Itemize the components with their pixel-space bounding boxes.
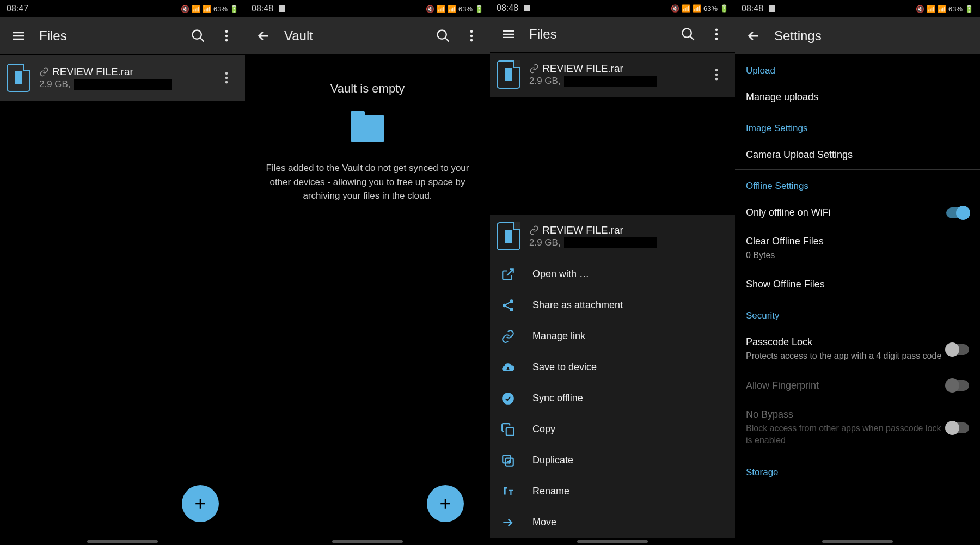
setting-camera-upload[interactable]: Camera Upload Settings bbox=[735, 140, 980, 169]
file-size: 2.9 GB, bbox=[39, 79, 71, 90]
page-title: Files bbox=[39, 28, 67, 44]
menu-icon[interactable] bbox=[501, 27, 516, 42]
sheet-item-manage-link[interactable]: Manage link bbox=[490, 321, 735, 352]
battery-text: 63% bbox=[458, 5, 473, 13]
empty-description: Files added to the Vault do not get sync… bbox=[260, 161, 475, 203]
svg-point-23 bbox=[510, 299, 513, 303]
app-bar: Settings bbox=[735, 17, 980, 54]
page-title: Vault bbox=[284, 28, 313, 44]
svg-point-9 bbox=[438, 30, 446, 39]
archive-file-icon bbox=[497, 222, 520, 250]
menu-icon[interactable] bbox=[11, 28, 26, 44]
fab-add[interactable] bbox=[182, 485, 219, 522]
page-title: Files bbox=[529, 27, 557, 42]
svg-point-11 bbox=[470, 30, 473, 33]
sheet-item-sync-offline[interactable]: Sync offline bbox=[490, 383, 735, 414]
setting-offline-wifi[interactable]: Only offline on WiFi bbox=[735, 198, 980, 227]
file-more-icon[interactable] bbox=[219, 70, 234, 85]
back-icon[interactable] bbox=[746, 28, 761, 44]
app-bar: Vault bbox=[245, 17, 490, 54]
share-icon bbox=[501, 298, 515, 313]
sheet-item-label: Sync offline bbox=[532, 393, 583, 404]
more-icon[interactable] bbox=[219, 28, 234, 44]
setting-passcode[interactable]: Passcode Lock Protects access to the app… bbox=[735, 328, 980, 371]
screen-files-sheet: 08:48 🔇 📶 📶 63% 🔋 Files REVIEW FILE.ra bbox=[490, 0, 735, 545]
sheet-item-save[interactable]: Save to device bbox=[490, 352, 735, 383]
page-title: Settings bbox=[774, 28, 822, 44]
redacted-text bbox=[564, 76, 657, 87]
settings-body[interactable]: Upload Manage uploads Image Settings Cam… bbox=[735, 54, 980, 537]
wifi-icon: 📶 bbox=[192, 5, 200, 13]
status-time: 08:47 bbox=[7, 4, 28, 14]
search-icon[interactable] bbox=[191, 28, 206, 44]
search-icon[interactable] bbox=[681, 27, 696, 42]
archive-file-icon bbox=[7, 64, 30, 92]
file-row[interactable]: REVIEW FILE.rar 2.9 GB, bbox=[0, 55, 245, 101]
more-icon[interactable] bbox=[709, 27, 724, 42]
battery-text: 63% bbox=[948, 5, 963, 13]
setting-show-offline[interactable]: Show Offline Files bbox=[735, 270, 980, 299]
mute-icon: 🔇 bbox=[426, 5, 434, 13]
sheet-item-move[interactable]: Move bbox=[490, 507, 735, 538]
fab-add[interactable] bbox=[427, 485, 464, 522]
svg-point-15 bbox=[683, 29, 691, 38]
status-time: 08:48 bbox=[742, 4, 763, 14]
search-icon[interactable] bbox=[436, 28, 451, 44]
file-name: REVIEW FILE.rar bbox=[52, 66, 133, 78]
app-bar: Files bbox=[0, 17, 245, 54]
redacted-text bbox=[564, 237, 657, 248]
check-circle-icon bbox=[501, 391, 515, 406]
sheet-item-share[interactable]: Share as attachment bbox=[490, 290, 735, 321]
scrim[interactable] bbox=[490, 97, 735, 215]
mute-icon: 🔇 bbox=[916, 5, 924, 13]
folder-icon bbox=[351, 115, 384, 142]
sheet-item-rename[interactable]: Rename bbox=[490, 476, 735, 507]
sheet-item-duplicate[interactable]: Duplicate bbox=[490, 445, 735, 476]
svg-line-1 bbox=[200, 38, 204, 42]
svg-rect-30 bbox=[769, 5, 775, 12]
nav-bar bbox=[0, 537, 245, 545]
file-more-icon[interactable] bbox=[709, 67, 724, 82]
mute-icon: 🔇 bbox=[181, 5, 189, 13]
setting-fingerprint: Allow Fingerprint bbox=[735, 371, 980, 400]
sheet-item-label: Move bbox=[532, 517, 556, 528]
section-storage: Storage bbox=[735, 456, 980, 480]
back-icon[interactable] bbox=[256, 28, 271, 44]
screen-vault: 08:48 🔇 📶 📶 63% 🔋 Vault Vault is empty F… bbox=[245, 0, 490, 545]
redacted-text bbox=[74, 79, 172, 90]
battery-icon: 🔋 bbox=[965, 5, 973, 13]
section-offline: Offline Settings bbox=[735, 170, 980, 198]
sheet-item-copy[interactable]: Copy bbox=[490, 414, 735, 445]
sheet-item-open-with[interactable]: Open with … bbox=[490, 259, 735, 290]
toggle-passcode[interactable] bbox=[946, 344, 969, 355]
content-area: Vault is empty Files added to the Vault … bbox=[245, 54, 490, 537]
svg-rect-8 bbox=[279, 5, 285, 12]
arrow-right-icon bbox=[501, 516, 515, 530]
file-name: REVIEW FILE.rar bbox=[542, 63, 623, 75]
svg-point-24 bbox=[503, 303, 506, 307]
signal-icon: 📶 bbox=[203, 5, 211, 13]
sheet-item-label: Save to device bbox=[532, 362, 597, 373]
wifi-icon: 📶 bbox=[927, 5, 935, 13]
svg-point-3 bbox=[225, 35, 228, 38]
status-bar: 08:48 🔇 📶 📶 63% 🔋 bbox=[735, 0, 980, 17]
section-security: Security bbox=[735, 299, 980, 328]
svg-point-25 bbox=[510, 308, 513, 311]
svg-point-5 bbox=[225, 72, 228, 75]
file-row[interactable]: REVIEW FILE.rar 2.9 GB, bbox=[490, 53, 735, 97]
battery-icon: 🔋 bbox=[720, 4, 728, 13]
bottom-sheet-list: Open with …Share as attachmentManage lin… bbox=[490, 259, 735, 538]
more-icon[interactable] bbox=[464, 28, 479, 44]
setting-clear-offline[interactable]: Clear Offline Files 0 Bytes bbox=[735, 227, 980, 270]
content-area bbox=[0, 101, 245, 537]
nav-bar bbox=[490, 538, 735, 545]
toggle-offline-wifi[interactable] bbox=[946, 207, 969, 218]
sheet-item-label: Manage link bbox=[532, 330, 585, 342]
sheet-header: REVIEW FILE.rar 2.9 GB, bbox=[490, 215, 735, 259]
svg-point-18 bbox=[715, 33, 718, 36]
setting-manage-uploads[interactable]: Manage uploads bbox=[735, 83, 980, 112]
notif-image-icon bbox=[278, 4, 286, 13]
file-info: REVIEW FILE.rar 2.9 GB, bbox=[39, 66, 210, 90]
svg-point-21 bbox=[715, 74, 718, 76]
screen-files-list: 08:47 🔇 📶 📶 63% 🔋 Files REVIEW FILE.rar bbox=[0, 0, 245, 545]
